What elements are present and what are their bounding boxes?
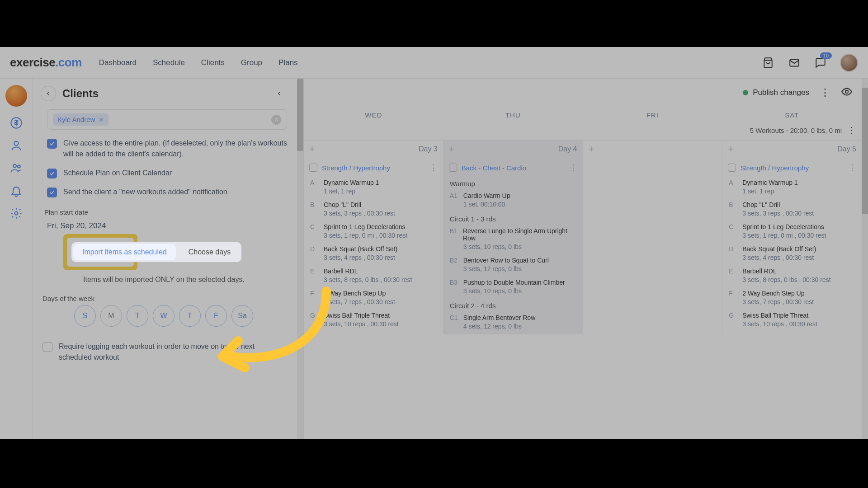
clear-all-chips-button[interactable]: ✕ [271,115,281,125]
workout-kebab-button[interactable]: ⋮ [848,163,856,173]
shopping-bag-icon[interactable] [761,56,775,70]
checkbox-schedule[interactable] [47,169,57,178]
exercise-item[interactable]: B3Pushup to Double Mountain Climber3 set… [443,277,583,299]
workout-kebab-button[interactable]: ⋮ [429,163,438,173]
calendar-day-headers: WED THU FRI SAT [304,111,862,119]
add-workout-button[interactable]: + [589,143,594,155]
exercise-item[interactable]: CSprint to 1 Leg Decelerations3 sets, 1 … [304,221,443,244]
collapse-panel-button[interactable] [272,86,287,101]
checkbox-require-logging[interactable] [42,342,52,352]
mail-icon[interactable] [788,56,801,70]
day-tue[interactable]: T [127,305,148,327]
nav-schedule[interactable]: Schedule [153,58,185,67]
day-sun[interactable]: S [74,305,96,327]
tab-choose-days[interactable]: Choose days [178,242,241,262]
workout-checkbox[interactable] [309,164,317,172]
exercise-detail: 3 sets, 1 rep, 0 mi , 00:30 rest [742,232,855,239]
nav-clients[interactable]: Clients [201,58,225,67]
day-fri[interactable]: F [205,305,227,327]
back-button[interactable] [41,86,56,101]
exercise-item[interactable]: BChop "L" Drill3 sets, 3 reps , 00:30 re… [304,199,443,221]
start-date-value[interactable]: Fri, Sep 20, 2024 [47,221,287,230]
exercise-item[interactable]: DBack Squat (Back Off Set)3 sets, 4 reps… [304,244,443,266]
person-icon[interactable] [10,139,23,152]
workout-title[interactable]: Strength / Hypertrophy [322,164,425,172]
preview-button[interactable] [841,86,853,99]
calendar-grid: WED THU FRI SAT 5 Workouts - 20:00, 0 lb… [304,99,868,334]
rail-avatar[interactable] [5,85,27,107]
panel-header: Clients [41,86,287,101]
exercise-name: Bentover Row to Squat to Curl [463,257,549,264]
add-workout-button[interactable]: + [449,143,455,155]
option-require-label: Require logging each workout in order to… [59,341,287,363]
client-selector[interactable]: Kyle Andrew ✕ ✕ [47,109,287,130]
add-workout-button[interactable]: + [309,143,315,155]
main-area: Clients Kyle Andrew ✕ ✕ Give access to t… [0,79,868,439]
workout-title[interactable]: Strength / Hypertrophy [741,164,844,172]
exercise-item[interactable]: ADynamic Warmup 11 set, 1 rep [304,177,443,199]
checkbox-access[interactable] [47,139,57,149]
exercise-item[interactable]: CSprint to 1 Leg Decelerations3 sets, 1 … [722,221,862,244]
exercise-item[interactable]: A1Cardio Warm Up1 set, 00:10:00 [443,190,583,212]
exercise-item[interactable]: EBarbell RDL3 sets, 8 reps, 0 lbs , 00:3… [304,266,443,288]
client-chip[interactable]: Kyle Andrew ✕ [53,113,108,126]
exercise-item[interactable]: ADynamic Warmup 11 set, 1 rep [722,177,862,199]
kebab-menu-button[interactable]: ⋮ [820,87,830,99]
add-workout-button[interactable]: + [728,143,734,155]
nav-dashboard[interactable]: Dashboard [99,58,137,67]
exercise-name: Barbell RDL [324,267,358,275]
exercise-index: B [310,201,318,208]
app-viewport: exercise.com Dashboard Schedule Clients … [0,47,868,439]
client-chip-label: Kyle Andrew [57,116,95,123]
exercise-index: G [310,312,318,319]
group-icon[interactable] [10,162,23,174]
workout-checkbox[interactable] [728,164,736,172]
exercise-item[interactable]: F2 Way Bench Step Up3 sets, 7 reps , 00:… [304,288,443,310]
exercise-item[interactable]: C1Single Arm Bentover Row4 sets, 12 reps… [443,312,583,334]
exercise-detail: 3 sets, 7 reps , 00:30 rest [742,298,855,305]
exercise-item[interactable]: B1Reverse Lunge to Single Arm Upright Ro… [443,225,583,255]
panel-scrollbar-thumb[interactable] [297,79,303,151]
day-number-label: Day 3 [419,145,438,153]
chip-remove-icon[interactable]: ✕ [99,116,104,123]
exercise-item[interactable]: B2Bentover Row to Squat to Curl3 sets, 1… [443,255,583,277]
day-sat[interactable]: Sa [231,305,253,327]
exercise-item[interactable]: BChop "L" Drill3 sets, 3 reps , 00:30 re… [722,199,862,221]
exercise-name: Back Squat (Back Off Set) [324,245,397,253]
bell-icon[interactable] [10,184,23,197]
left-panel: Clients Kyle Andrew ✕ ✕ Give access to t… [33,79,304,439]
workout-kebab-button[interactable]: ⋮ [569,163,577,173]
logo[interactable]: exercise.com [10,56,82,70]
exercise-detail: 3 sets, 4 reps , 00:30 rest [324,254,437,261]
exercise-item[interactable]: GSwiss Ball Triple Threat3 sets, 10 reps… [304,310,443,332]
exercise-detail: 3 sets, 10 reps, 0 lbs [463,243,576,250]
checkbox-notify[interactable] [47,188,57,197]
workout-checkbox[interactable] [449,164,457,172]
day-header: SAT [722,111,862,119]
week-kebab-button[interactable]: ⋮ [847,125,855,135]
workout-title[interactable]: Back - Chest - Cardio [462,164,565,172]
nav-group[interactable]: Group [241,58,262,67]
day-mon[interactable]: M [100,305,122,327]
exercise-item[interactable]: DBack Squat (Back Off Set)3 sets, 4 reps… [722,244,862,266]
svg-point-4 [17,165,20,168]
day-thu[interactable]: T [179,305,201,327]
tab-import-scheduled[interactable]: Import items as scheduled [73,244,176,260]
exercise-name: Sprint to 1 Leg Decelerations [324,223,406,230]
dollar-icon[interactable] [10,117,23,129]
nav-plans[interactable]: Plans [278,58,298,67]
option-row: Give access to the entire plan. (If dese… [47,138,287,160]
gear-icon[interactable] [10,207,23,220]
user-avatar[interactable] [840,54,858,72]
exercise-item[interactable]: GSwiss Ball Triple Threat3 sets, 10 reps… [722,310,862,332]
exercise-item[interactable]: EBarbell RDL3 sets, 8 reps, 0 lbs , 00:3… [722,266,862,288]
content-scrollbar-thumb[interactable] [862,88,868,214]
exercise-detail: 3 sets, 3 reps , 00:30 rest [742,210,855,217]
workout-header: Strength / Hypertrophy⋮ [304,158,443,177]
exercise-index: C [310,223,318,230]
chat-icon[interactable]: 10 [814,56,827,70]
exercise-item[interactable]: F2 Way Bench Step Up3 sets, 7 reps , 00:… [722,288,862,310]
publish-button[interactable]: Publish changes [743,88,809,97]
svg-point-5 [14,212,18,215]
day-wed[interactable]: W [153,305,175,327]
